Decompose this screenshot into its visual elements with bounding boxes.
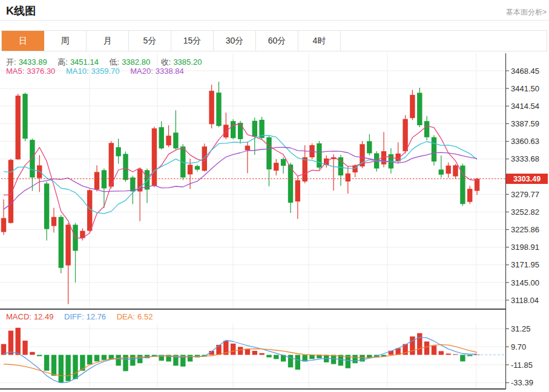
ma10-label: MA10: xyxy=(66,67,89,76)
svg-text:-33.39: -33.39 xyxy=(511,378,533,387)
open-value: 3433.89 xyxy=(19,57,47,67)
macd-label: MACD: xyxy=(6,312,31,321)
tab-6[interactable]: 60分 xyxy=(256,31,298,51)
svg-text:3118.04: 3118.04 xyxy=(511,296,539,305)
close-label: 收: xyxy=(161,57,171,67)
svg-text:3198.91: 3198.91 xyxy=(511,243,539,252)
open-label: 开: xyxy=(6,57,16,67)
svg-text:3145.00: 3145.00 xyxy=(511,278,539,287)
ma5-value: 3376.30 xyxy=(27,67,55,76)
ma-readout: MA5:3376.30 MA10:3359.70 MA20:3338.84 xyxy=(6,67,192,76)
svg-text:3387.59: 3387.59 xyxy=(511,119,539,128)
diff-label: DIFF: xyxy=(64,312,84,321)
ma5-label: MA5: xyxy=(6,67,24,76)
macd-readout: MACD:12.49 DIFF:12.76 DEA:6.52 xyxy=(6,312,161,321)
svg-text:3225.86: 3225.86 xyxy=(511,225,539,234)
low-value: 3382.80 xyxy=(122,57,150,67)
tab-4[interactable]: 15分 xyxy=(171,31,214,51)
low-label: 低: xyxy=(110,57,120,67)
svg-text:3279.77: 3279.77 xyxy=(511,190,539,199)
kline-app: { "header": { "title": "K线图", "link": "基… xyxy=(0,0,549,392)
svg-text:9.70: 9.70 xyxy=(511,342,526,351)
svg-text:31.25: 31.25 xyxy=(511,324,531,333)
svg-text:3252.82: 3252.82 xyxy=(511,207,539,217)
high-value: 3451.14 xyxy=(70,57,99,67)
svg-text:3468.45: 3468.45 xyxy=(511,67,539,76)
ma10-value: 3359.70 xyxy=(91,67,120,76)
close-value: 3385.20 xyxy=(173,57,202,67)
svg-text:3333.68: 3333.68 xyxy=(511,154,539,163)
tab-3[interactable]: 5分 xyxy=(129,31,171,51)
diff-value: 12.76 xyxy=(87,312,107,321)
dea-value: 6.52 xyxy=(137,312,153,321)
svg-text:3171.95: 3171.95 xyxy=(511,260,539,269)
ma20-label: MA20: xyxy=(130,67,153,76)
svg-text:3414.54: 3414.54 xyxy=(511,102,539,111)
svg-text:3360.63: 3360.63 xyxy=(511,137,539,146)
tab-5[interactable]: 30分 xyxy=(214,31,256,51)
svg-text:3303.49: 3303.49 xyxy=(513,175,541,183)
high-label: 高: xyxy=(58,57,68,67)
tab-2[interactable]: 月 xyxy=(87,31,129,51)
tab-bar-filler xyxy=(341,31,547,51)
tab-7[interactable]: 4时 xyxy=(298,31,341,51)
timeframe-tabs: 日周月5分15分30分60分4时 xyxy=(1,30,547,51)
macd-value: 12.49 xyxy=(34,312,54,321)
tab-0[interactable]: 日 xyxy=(2,31,44,51)
tab-1[interactable]: 周 xyxy=(44,31,87,51)
svg-text:-11.85: -11.85 xyxy=(511,361,533,370)
ma20-value: 3338.84 xyxy=(156,67,184,76)
svg-text:3441.50: 3441.50 xyxy=(511,84,539,93)
dea-label: DEA: xyxy=(117,312,135,321)
